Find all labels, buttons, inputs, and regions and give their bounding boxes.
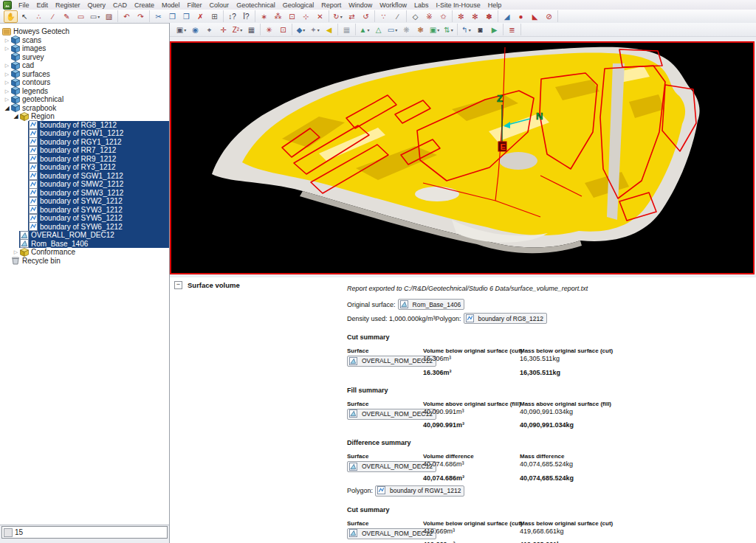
query-height-button[interactable]: Ī? <box>239 10 253 23</box>
tree-item-boundary-of-ry3-1212[interactable]: boundary of RY3_1212 <box>0 163 169 172</box>
scale-exaggeration-button[interactable]: Z²▾ <box>230 24 244 36</box>
menu-i-site-in-house[interactable]: I-Site In-House <box>433 1 484 10</box>
query-distance-button[interactable]: ↕? <box>225 10 239 23</box>
grid-toggle-button[interactable]: ▦ <box>340 24 354 36</box>
tree-item-recycle-bin[interactable]: Recycle bin <box>0 257 169 266</box>
tree-item-region[interactable]: ◢Region <box>0 112 169 121</box>
select-line-button[interactable]: ∕ <box>46 10 60 23</box>
menu-workflow[interactable]: Workflow <box>376 1 410 10</box>
expander-collapsed-icon[interactable]: ▷ <box>4 44 10 52</box>
menu-create[interactable]: Create <box>131 1 158 10</box>
edges-mode-button[interactable]: ∕ <box>391 10 405 23</box>
menu-geological[interactable]: Geological <box>279 1 318 10</box>
tree-item-legends[interactable]: ▷legends <box>0 87 169 96</box>
tree-item-boundary-of-smw2-1212[interactable]: boundary of SMW2_1212 <box>0 180 169 189</box>
select-button[interactable]: ↖ <box>18 10 32 23</box>
star-tool-button[interactable]: ✩ <box>436 10 450 23</box>
selection-mode-button[interactable]: ▭▾ <box>88 10 102 23</box>
tree-item-boundary-of-syw5-1212[interactable]: boundary of SYW5_1212 <box>0 214 169 223</box>
tree-item-overall-rom-dec12[interactable]: OVERALL_ROM_DEC12 <box>0 231 169 240</box>
menu-file[interactable]: File <box>15 1 33 10</box>
axes-toggle-button[interactable]: ✛ <box>216 24 230 36</box>
expander-collapsed-icon[interactable]: ▷ <box>4 70 10 78</box>
tree-item-boundary-of-rgy1-1212[interactable]: boundary of RGY1_1212 <box>0 138 169 147</box>
surface-triangulate-button[interactable]: ◢ <box>500 10 514 23</box>
surface-disabled-button[interactable]: ⊘ <box>542 10 556 23</box>
crop-button[interactable]: ⊞ <box>207 10 221 23</box>
surface-complex-button[interactable]: ◣ <box>528 10 542 23</box>
pan-button[interactable]: ✋ <box>4 10 18 23</box>
menu-edit[interactable]: Edit <box>33 1 52 10</box>
tree-item-conformance[interactable]: ▷Conformance <box>0 248 169 257</box>
menu-report[interactable]: Report <box>317 1 345 10</box>
paste-button[interactable]: ❒ <box>179 10 193 23</box>
register-pair-button[interactable]: ⊹ <box>299 10 313 23</box>
expander-expanded-icon[interactable]: ◢ <box>4 104 10 112</box>
registration-georef-button[interactable]: ✽ <box>482 10 496 23</box>
tree-item-survey[interactable]: survey <box>0 53 169 62</box>
expander-collapsed-icon[interactable]: ▷ <box>4 95 10 103</box>
tree-item-scrapbook[interactable]: ◢scrapbook <box>0 104 169 113</box>
zoom-window-button[interactable]: ⊡ <box>276 24 290 36</box>
rotate-view-button[interactable]: ↻▾ <box>331 10 345 23</box>
menu-colour[interactable]: Colour <box>206 1 233 10</box>
tree-item-scans[interactable]: ▷scans <box>0 36 169 45</box>
tree-item-boundary-of-syw6-1212[interactable]: boundary of SYW6_1212 <box>0 223 169 232</box>
menu-labs[interactable]: Labs <box>410 1 433 10</box>
reset-view-button[interactable]: ↺ <box>359 10 373 23</box>
tree-item-rom-base-1406[interactable]: Rom_Base_1406 <box>0 240 169 249</box>
register-remove-button[interactable]: ✕ <box>313 10 327 23</box>
menu-model[interactable]: Model <box>158 1 184 10</box>
collapse-report-button[interactable]: − <box>174 281 182 289</box>
menu-window[interactable]: Window <box>345 1 376 10</box>
expander-expanded-icon[interactable]: ◢ <box>13 112 19 120</box>
tree-item-boundary-of-rr9-1212[interactable]: boundary of RR9_1212 <box>0 155 169 164</box>
object-chip-boundary-of-rgw1-1212[interactable]: boundary of RGW1_1212 <box>375 485 464 497</box>
viewport-3d[interactable]: Z N E <box>170 41 755 274</box>
swap-view-button[interactable]: ⇄ <box>345 10 359 23</box>
tree-item-boundary-of-rr7-1212[interactable]: boundary of RR7_1212 <box>0 146 169 155</box>
solid-view-button[interactable]: ▣▾ <box>427 24 441 36</box>
menu-filter[interactable]: Filter <box>184 1 206 10</box>
tree-item-images[interactable]: ▷images <box>0 44 169 53</box>
render-keys-button[interactable]: ✦▾ <box>308 24 322 36</box>
tree-item-contours[interactable]: ▷contours <box>0 78 169 87</box>
export-view-button[interactable]: ↰▾ <box>459 24 473 36</box>
camera-position-button[interactable]: ⌖ <box>202 24 216 36</box>
expander-collapsed-icon[interactable]: ▷ <box>13 248 19 256</box>
render-solid-button[interactable]: ◆▾ <box>294 24 308 36</box>
record-animation-button[interactable]: ▶ <box>487 24 501 36</box>
tree-item-boundary-of-smw3-1212[interactable]: boundary of SMW3_1212 <box>0 189 169 198</box>
layer-manager-button[interactable]: ▭▾ <box>385 24 399 36</box>
report-window-button[interactable]: ≣ <box>505 24 519 36</box>
select-points-button[interactable]: ∴ <box>32 10 46 23</box>
copy-button[interactable]: ❐ <box>165 10 179 23</box>
register-points-button[interactable]: ⁂ <box>271 10 285 23</box>
surface-shade-button[interactable]: ▲▾ <box>357 24 371 36</box>
expander-collapsed-icon[interactable]: ▷ <box>4 61 10 69</box>
menu-register[interactable]: Register <box>52 1 84 10</box>
menu-help[interactable]: Help <box>484 1 506 10</box>
view-extents-button[interactable]: ▦ <box>244 24 258 36</box>
vertices-mode-button[interactable]: ∵ <box>377 10 391 23</box>
tree-item-boundary-of-rg8-1212[interactable]: boundary of RG8_1212 <box>0 121 169 130</box>
expander-collapsed-icon[interactable]: ▷ <box>4 78 10 86</box>
select-rectangle-button[interactable]: ▭ <box>74 10 88 23</box>
tree-item-boundary-of-syw2-1212[interactable]: boundary of SYW2_1212 <box>0 197 169 206</box>
polygon-tool-button[interactable]: ◇ <box>408 10 422 23</box>
select-surface-button[interactable]: ▨ <box>102 10 116 23</box>
object-chip-boundary-of-rg8-1212[interactable]: boundary of RG8_1212 <box>464 313 547 324</box>
expander-collapsed-icon[interactable]: ▷ <box>4 87 10 95</box>
registration-global-button[interactable]: ✻ <box>468 10 482 23</box>
expander-collapsed-icon[interactable]: ▷ <box>4 36 10 44</box>
delete-button[interactable]: ✗ <box>193 10 207 23</box>
highlight-selection-button[interactable]: ✳ <box>262 24 276 36</box>
menu-query[interactable]: Query <box>84 1 110 10</box>
find-object-button[interactable]: ❃ <box>413 24 427 36</box>
selection-count-field[interactable]: 15 <box>1 526 168 539</box>
snapshot-button[interactable]: ◙ <box>473 24 487 36</box>
object-chip-rom-base-1406[interactable]: Rom_Base_1406 <box>398 299 465 310</box>
register-text-button[interactable]: ⊡ <box>285 10 299 23</box>
undo-button[interactable]: ↶ <box>120 10 134 23</box>
menu-cad[interactable]: CAD <box>109 1 131 10</box>
